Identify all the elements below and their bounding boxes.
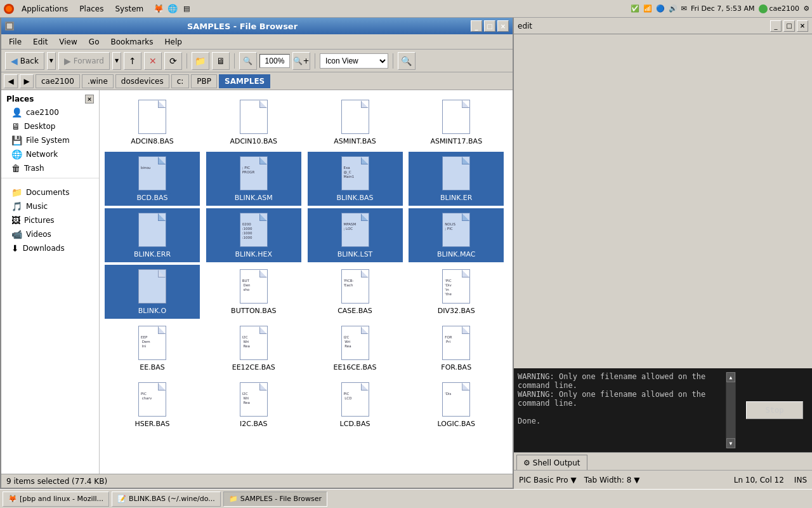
- taskbar-btn-firefox[interactable]: 🦊 [pbp and linux - Mozill...: [3, 491, 109, 507]
- breadcrumb-dosdevices[interactable]: dosdevices: [115, 74, 169, 88]
- menu-view[interactable]: View: [54, 36, 82, 48]
- sidebar-item-documents[interactable]: 📁 Documents: [1, 185, 99, 199]
- system-menu[interactable]: System: [110, 3, 148, 15]
- sidebar-item-music[interactable]: 🎵 Music: [1, 199, 99, 213]
- list-item[interactable]: I2C Wri Rea I2C.BAS: [206, 378, 301, 432]
- editor-minimize[interactable]: _: [770, 20, 782, 32]
- list-item[interactable]: ADCIN8.BAS: [105, 95, 200, 149]
- computer-icon: 🖥: [216, 56, 225, 66]
- list-item[interactable]: binou BCD.BAS: [105, 152, 200, 206]
- sidebar-close-button[interactable]: ×: [85, 95, 94, 104]
- sidebar-item-pictures[interactable]: 🖼 Pictures: [1, 213, 99, 227]
- refresh-button[interactable]: ⟳: [164, 52, 182, 70]
- zoom-out-button[interactable]: 🔍: [239, 52, 257, 70]
- list-item[interactable]: BLINK.ER: [409, 152, 504, 206]
- zoom-in-button[interactable]: 🔍+: [292, 52, 310, 70]
- file-icon-20: PIC charv: [135, 380, 169, 418]
- sidebar-item-trash[interactable]: 🗑 Trash: [1, 161, 99, 175]
- network-icon[interactable]: 🌐: [166, 3, 179, 15]
- breadcrumb-c[interactable]: c:: [171, 74, 190, 88]
- sidebar-item-cae2100[interactable]: 👤 cae2100: [1, 105, 99, 119]
- taskbar-btn-filebrowser[interactable]: 📁 SAMPLES - File Browser: [223, 491, 327, 507]
- places-menu[interactable]: Places: [74, 3, 108, 15]
- forward-button[interactable]: ▶ Forward: [58, 52, 110, 70]
- stop-button[interactable]: ✕: [144, 52, 162, 70]
- menu-go[interactable]: Go: [84, 36, 105, 48]
- list-item[interactable]: I2C Wri Rea EE12CE.BAS: [206, 321, 301, 375]
- back-button[interactable]: ◀ Back: [5, 52, 44, 70]
- zoom-level-input[interactable]: [259, 54, 290, 68]
- minimize-button[interactable]: _: [471, 20, 482, 32]
- list-item[interactable]: FOR Pri FOR.BAS: [409, 321, 504, 375]
- list-item[interactable]: I2C Wri Rea EE16CE.BAS: [308, 321, 403, 375]
- music-icon: 🎵: [11, 201, 22, 211]
- list-item[interactable]: ADCIN10.BAS: [206, 95, 301, 149]
- sidebar-item-network[interactable]: 🌐 Network: [1, 147, 99, 161]
- breadcrumb-pbp[interactable]: PBP: [191, 74, 217, 88]
- list-item[interactable]: 'PIC 'Div 'in 'the DIV32.BAS: [409, 265, 504, 319]
- menu-bookmarks[interactable]: Bookmarks: [105, 36, 158, 48]
- taskbar-btn-editor[interactable]: 📝 BLINK.BAS (~/.wine/do...: [112, 491, 221, 507]
- list-item[interactable]: Exa @_C Main1 BLINK.BAS: [308, 152, 403, 206]
- terminal-icon[interactable]: ▤: [180, 3, 193, 15]
- list-item[interactable]: BLINK.O: [105, 265, 200, 319]
- back-dropdown-button[interactable]: ▼: [47, 52, 56, 70]
- list-item[interactable]: BUT Den sho BUTTON.BAS: [206, 265, 301, 319]
- list-item[interactable]: NOLIS ; PIC BLINK.MAC: [409, 208, 504, 262]
- list-item[interactable]: 0200 :1000 :1000 :1000 BLINK.HEX: [206, 208, 301, 262]
- list-item[interactable]: MPASM ; LOC BLINK.LST: [308, 208, 403, 262]
- list-item[interactable]: ASMINT.BAS: [308, 95, 403, 149]
- editor-close[interactable]: ×: [797, 20, 808, 32]
- svg-rect-2: [6, 23, 13, 29]
- sidebar-item-videos[interactable]: 📹 Videos: [1, 227, 99, 241]
- zoom-out-icon: 🔍: [243, 57, 252, 65]
- file-icon-7: [439, 154, 473, 192]
- menu-edit[interactable]: Edit: [28, 36, 53, 48]
- file-icon-21: I2C Wri Rea: [237, 380, 271, 418]
- search-button[interactable]: 🔍: [398, 52, 416, 70]
- list-item[interactable]: BLINK.ERR: [105, 208, 200, 262]
- file-icon-19: FOR Pri: [439, 324, 473, 362]
- computer-button[interactable]: 🖥: [212, 52, 230, 70]
- breadcrumb-samples[interactable]: SAMPLES: [219, 74, 270, 88]
- firefox-icon[interactable]: 🦊: [152, 3, 165, 15]
- list-item[interactable]: PIC LCD LCD.BAS: [308, 378, 403, 432]
- file-icon-13: BUT Den sho: [237, 267, 271, 305]
- applications-menu[interactable]: Applications: [16, 3, 73, 15]
- list-item[interactable]: ; PIC PROGR BLINK.ASM: [206, 152, 301, 206]
- pic-basic-pro-selector[interactable]: PIC Basic Pro ▼: [519, 476, 577, 485]
- list-item[interactable]: PIC charv HSER.BAS: [105, 378, 200, 432]
- editor-maximize[interactable]: □: [783, 20, 795, 32]
- stop-button[interactable]: Stop: [746, 401, 803, 419]
- file-name-label: ADCIN8.BAS: [128, 136, 176, 147]
- list-item[interactable]: EEP Dem Ini EE.BAS: [105, 321, 200, 375]
- status-text: 9 items selected (77.4 KB): [6, 477, 107, 486]
- editor-title: edit: [518, 22, 532, 30]
- breadcrumb-cae2100[interactable]: cae2100: [36, 74, 80, 88]
- sidebar-item-downloads[interactable]: ⬇ Downloads: [1, 241, 99, 255]
- up-button[interactable]: ↑: [124, 52, 141, 70]
- file-name-label: BLINK.ASM: [232, 192, 275, 203]
- breadcrumb-forward-button[interactable]: ▶: [20, 74, 34, 88]
- user-menu-icon[interactable]: ⚙: [803, 4, 809, 13]
- menu-file[interactable]: File: [4, 36, 27, 48]
- sidebar-item-desktop[interactable]: 🖥 Desktop: [1, 119, 99, 133]
- shell-scroll-down[interactable]: ▼: [726, 438, 735, 448]
- list-item[interactable]: ASMINT17.BAS: [409, 95, 504, 149]
- sidebar-item-filesystem[interactable]: 💾 File System: [1, 133, 99, 147]
- open-location-button[interactable]: 📁: [192, 52, 209, 70]
- maximize-button[interactable]: □: [484, 20, 495, 32]
- shell-output-tab[interactable]: ⚙ Shell Output: [516, 455, 587, 470]
- breadcrumb-back-button[interactable]: ◀: [4, 74, 18, 88]
- shell-scrollbar: ▲ ▼: [726, 372, 736, 448]
- tab-width-selector[interactable]: Tab Width: 8 ▼: [584, 476, 640, 485]
- list-item[interactable]: 'Dis LOGIC.BAS: [409, 378, 504, 432]
- list-item[interactable]: 'PICB- 'Each CASE.BAS: [308, 265, 403, 319]
- breadcrumb-wine[interactable]: .wine: [82, 74, 114, 88]
- menu-help[interactable]: Help: [160, 36, 187, 48]
- forward-dropdown-button[interactable]: ▼: [112, 52, 121, 70]
- view-selector[interactable]: Icon View List View Compact View: [320, 53, 388, 69]
- shell-scroll-up[interactable]: ▲: [726, 372, 735, 382]
- file-name-label: BLINK.O: [136, 305, 169, 316]
- close-button[interactable]: ×: [497, 20, 509, 32]
